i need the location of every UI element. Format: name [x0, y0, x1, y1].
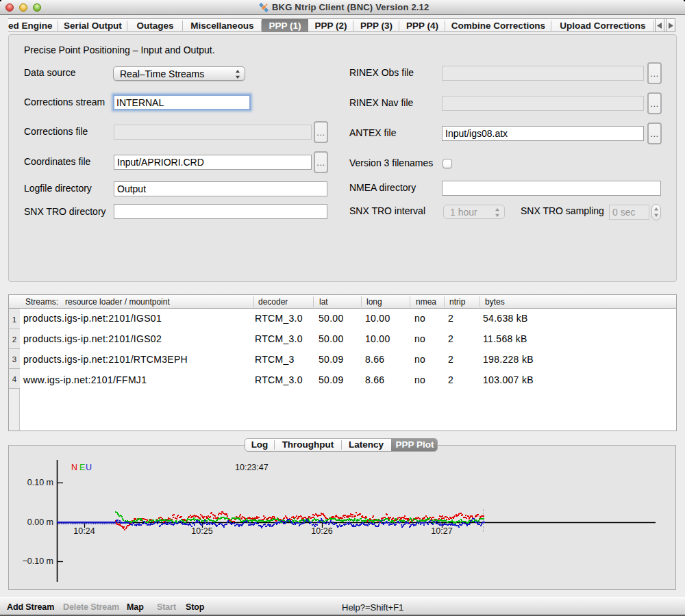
svg-text:10:24: 10:24 [73, 526, 95, 536]
svg-text:10:27: 10:27 [431, 526, 452, 536]
svg-text:0.10 m: 0.10 m [27, 478, 53, 487]
svg-text:U: U [86, 463, 92, 472]
svg-text:10:26: 10:26 [311, 526, 332, 536]
svg-text:E: E [79, 463, 85, 472]
svg-text:10:23:47: 10:23:47 [235, 463, 269, 472]
svg-text:10:25: 10:25 [191, 526, 212, 536]
svg-text:−0.10 m: −0.10 m [22, 556, 53, 566]
svg-text:0.00 m: 0.00 m [27, 517, 53, 527]
svg-text:N: N [71, 463, 77, 472]
